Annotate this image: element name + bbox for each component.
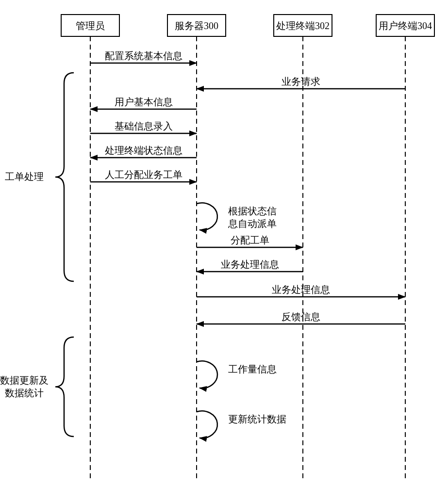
message-label-m6: 人工分配业务工单 xyxy=(105,169,183,180)
message-label-m4: 基础信息录入 xyxy=(115,121,173,131)
actor-label-user: 用户终端304 xyxy=(379,20,432,31)
message-label-m12: 工作量信息 xyxy=(228,364,277,374)
phase-label-p1: 工单处理 xyxy=(5,171,44,182)
actor-label-proc: 处理终端302 xyxy=(276,20,330,31)
actor-label-server: 服务器300 xyxy=(175,20,218,31)
message-label-m7a: 根据状态信 xyxy=(228,206,277,216)
sequence-diagram: 管理员服务器300处理终端302用户终端304配置系统基本信息业务请求用户基本信… xyxy=(0,0,448,485)
brace-p1 xyxy=(55,73,74,281)
self-message-m7a xyxy=(197,203,217,230)
message-label-m1: 配置系统基本信息 xyxy=(105,50,183,61)
message-label-m13: 更新统计数据 xyxy=(228,414,286,424)
message-label-m10: 业务处理信息 xyxy=(272,284,330,295)
actor-label-admin: 管理员 xyxy=(76,20,105,31)
phase-label-p2-0: 数据更新及 xyxy=(0,375,49,386)
self-message-m12 xyxy=(197,361,217,388)
message-label-m3: 用户基本信息 xyxy=(115,97,173,107)
phase-label-p2-1: 数据统计 xyxy=(5,388,44,398)
message-label-m9: 业务处理信息 xyxy=(221,259,279,270)
message-label-m7b: 息自动派单 xyxy=(228,218,277,229)
message-label-m2: 业务请求 xyxy=(282,76,320,87)
brace-p2 xyxy=(55,337,74,436)
message-label-m5: 处理终端状态信息 xyxy=(105,145,183,156)
message-label-m11: 反馈信息 xyxy=(282,311,320,322)
message-label-m8: 分配工单 xyxy=(231,235,269,245)
self-message-m13 xyxy=(197,411,217,438)
